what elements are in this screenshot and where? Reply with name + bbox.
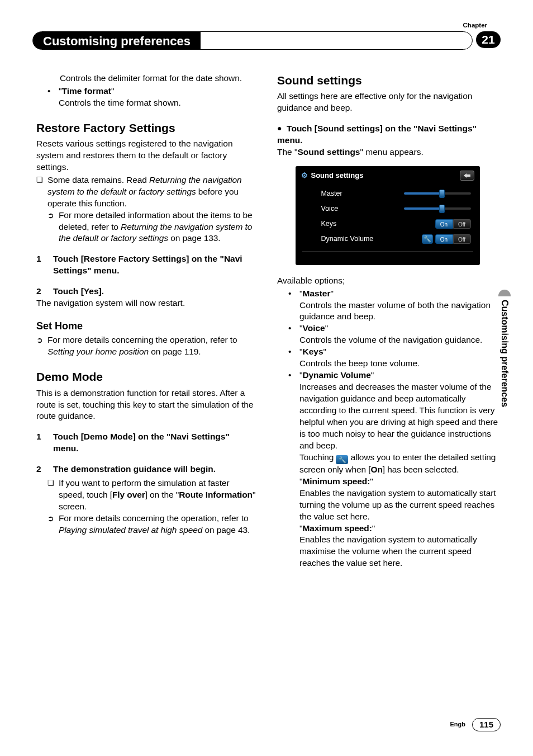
- ss-separator: [302, 251, 473, 252]
- side-tab-label: Customising preferences: [498, 296, 511, 407]
- ss-title: Sound settings: [311, 171, 364, 181]
- demo-heading: Demo Mode: [36, 369, 257, 385]
- content-area: Controls the delimiter format for the da…: [36, 73, 499, 569]
- demo-step-2: 2 The demonstration guidance will begin.: [36, 464, 257, 475]
- voice-slider[interactable]: [404, 207, 471, 210]
- back-icon: [463, 173, 471, 178]
- keys-toggle[interactable]: On Off: [435, 219, 471, 229]
- ss-row-dynamic: Dynamic Volume 🔧 On Off: [296, 231, 480, 247]
- demo-step-1: 1 Touch [Demo Mode] on the "Navi Setting…: [36, 431, 257, 455]
- side-tab: Customising preferences: [498, 290, 511, 452]
- dynamic-toggle[interactable]: On Off: [435, 234, 471, 244]
- opt-keys: • "Keys" Controls the beep tone volume.: [277, 346, 498, 370]
- settings-icon: ⚙: [301, 171, 308, 181]
- reference-icon: [47, 210, 59, 245]
- date-delimiter-desc: Controls the delimiter format for the da…: [36, 73, 257, 84]
- bullet-icon: •: [288, 346, 299, 370]
- left-column: Controls the delimiter format for the da…: [36, 73, 257, 569]
- restore-note: Some data remains. Read Returning the na…: [36, 174, 257, 210]
- restore-heading: Restore Factory Settings: [36, 120, 257, 136]
- set-home-heading: Set Home: [36, 319, 257, 333]
- restore-step-2-follow: The navigation system will now restart.: [36, 297, 257, 309]
- sound-instruction: ● Touch [Sound settings] on the "Navi Se…: [277, 123, 498, 147]
- ss-row-master: Master: [296, 186, 480, 201]
- dynamic-detail-button[interactable]: 🔧: [422, 234, 433, 244]
- keys-on[interactable]: On: [435, 219, 453, 229]
- chapter-number-badge: 21: [476, 31, 501, 48]
- master-slider[interactable]: [404, 192, 471, 195]
- page-title: Customising preferences: [33, 32, 201, 49]
- dyn-off[interactable]: Off: [453, 234, 471, 244]
- restore-step-1: 1 Touch [Restore Factory Settings] on th…: [36, 253, 257, 277]
- back-button[interactable]: [460, 171, 474, 181]
- chapter-label: Chapter: [463, 21, 487, 30]
- reference-icon: [36, 334, 47, 358]
- restore-ref: For more detailed information about the …: [36, 210, 257, 245]
- side-tab-cap: [498, 290, 511, 296]
- wrench-icon: 🔧: [336, 455, 348, 464]
- sound-heading: Sound settings: [277, 73, 498, 88]
- sound-desc: All settings here are effective only for…: [277, 91, 498, 114]
- time-format-desc: Controls the time format shown.: [59, 98, 181, 107]
- opt-dynamic: • "Dynamic Volume" Increases and decreas…: [277, 370, 498, 569]
- time-format-label: Time format: [62, 86, 111, 96]
- demo-note: If you want to perform the simulation at…: [36, 478, 257, 513]
- reference-icon: [47, 513, 59, 536]
- demo-ref: For more details concerning the operatio…: [36, 513, 257, 536]
- note-icon: [36, 174, 47, 210]
- filled-bullet-icon: ●: [277, 124, 282, 133]
- bullet-icon: •: [288, 323, 299, 346]
- ss-header: ⚙ Sound settings: [296, 166, 480, 186]
- keys-off[interactable]: Off: [453, 219, 471, 229]
- set-home-ref: For more details concerning the operatio…: [36, 334, 257, 358]
- opt-voice: • "Voice" Controls the volume of the nav…: [277, 323, 498, 346]
- footer: Engb 115: [450, 718, 501, 731]
- note-icon: [47, 478, 59, 513]
- restore-step-2: 2 Touch [Yes].: [36, 286, 257, 297]
- sound-settings-screenshot: ⚙ Sound settings Master Voice Keys On O: [296, 166, 480, 265]
- footer-lang: Engb: [450, 720, 465, 729]
- ss-row-voice: Voice: [296, 201, 480, 216]
- restore-desc: Resets various settings registered to th…: [36, 138, 257, 173]
- page-number-badge: 115: [472, 718, 501, 731]
- bullet-icon: •: [47, 86, 59, 109]
- available-options: Available options;: [277, 275, 498, 287]
- bullet-icon: •: [288, 288, 299, 323]
- time-format-item: • "Time format" Controls the time format…: [36, 86, 257, 109]
- dyn-on[interactable]: On: [435, 234, 453, 244]
- demo-desc: This is a demonstration function for ret…: [36, 388, 257, 423]
- opt-master: • "Master" Controls the master volume of…: [277, 288, 498, 323]
- right-column: Sound settings All settings here are eff…: [277, 73, 498, 569]
- page-title-pill: Customising preferences: [32, 31, 473, 50]
- ss-row-keys: Keys On Off: [296, 216, 480, 231]
- sound-appears: The "Sound settings" menu appears.: [277, 147, 498, 158]
- bullet-icon: •: [288, 370, 299, 569]
